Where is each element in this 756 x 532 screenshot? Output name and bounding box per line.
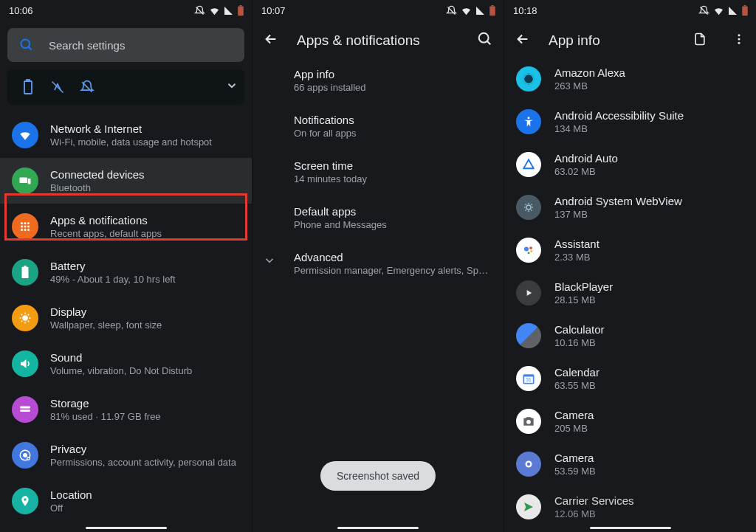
app-row-camera2[interactable]: Camera53.59 MB [504, 443, 756, 486]
row-default-apps[interactable]: Default apps Phone and Messages [252, 195, 504, 241]
location-icon [12, 488, 38, 514]
svg-rect-30 [744, 5, 746, 7]
row-screen-time[interactable]: Screen time 14 minutes today [252, 149, 504, 195]
storage-icon [12, 396, 38, 423]
app-icon [516, 323, 541, 348]
status-time: 10:18 [513, 5, 537, 16]
row-notifications[interactable]: Notifications On for all apps [252, 103, 504, 149]
signal-icon [728, 6, 738, 15]
back-button[interactable] [515, 31, 531, 50]
svg-point-12 [27, 226, 30, 228]
row-app-info[interactable]: App info 66 apps installed [252, 58, 504, 103]
chevron-down-icon[interactable] [225, 79, 238, 95]
app-row-carrier[interactable]: Carrier Services12.06 MB [504, 486, 756, 528]
wifi-icon [713, 5, 724, 16]
svg-point-32 [738, 38, 740, 41]
svg-rect-3 [24, 81, 32, 94]
app-icon [516, 152, 541, 177]
svg-point-37 [526, 205, 531, 210]
svg-rect-4 [27, 80, 30, 81]
app-icon [516, 280, 541, 305]
svg-point-13 [21, 229, 23, 231]
settings-item-display[interactable]: Display Wallpaper, sleep, font size [0, 295, 252, 341]
back-button[interactable] [263, 31, 279, 50]
toast-screenshot: Screenshot saved [320, 461, 436, 491]
app-icon [516, 238, 541, 263]
more-button[interactable] [732, 32, 746, 49]
svg-point-33 [738, 42, 740, 44]
svg-rect-5 [20, 178, 28, 184]
app-row-blackplayer[interactable]: BlackPlayer28.15 MB [504, 272, 756, 314]
search-icon [19, 38, 34, 52]
svg-point-18 [23, 316, 27, 320]
nav-indicator[interactable] [337, 527, 419, 529]
nav-indicator[interactable] [590, 527, 671, 529]
page-header: App info [504, 21, 756, 58]
svg-point-28 [479, 33, 489, 43]
svg-rect-17 [24, 266, 27, 267]
page-title: App info [549, 32, 675, 49]
svg-point-11 [24, 226, 27, 228]
svg-point-40 [530, 250, 532, 252]
app-row-camera1[interactable]: Camera205 MB [504, 400, 756, 443]
status-icons [698, 5, 749, 16]
quick-tiles-row[interactable] [7, 69, 244, 105]
status-icons [446, 5, 496, 16]
data-off-tile-icon[interactable] [43, 72, 72, 102]
svg-rect-19 [20, 407, 30, 409]
page-header: Apps & notifications [252, 21, 504, 58]
app-icon [516, 109, 541, 134]
file-icon[interactable] [693, 32, 707, 49]
app-row-alexa[interactable]: Amazon Alexa263 MB [504, 58, 756, 100]
sound-icon [12, 350, 38, 377]
svg-point-15 [27, 229, 30, 231]
settings-item-location[interactable]: Location Off [0, 478, 252, 524]
app-icon [516, 494, 541, 519]
settings-item-network[interactable]: Network & Internet Wi-Fi, mobile, data u… [0, 112, 252, 158]
svg-point-7 [21, 222, 23, 224]
app-row-calculator[interactable]: Calculator10.16 MB [504, 314, 756, 357]
dnd-off-icon [698, 5, 709, 16]
svg-rect-29 [742, 6, 748, 15]
app-row-calendar[interactable]: 31 Calendar63.55 MB [504, 357, 756, 400]
app-icon [516, 195, 541, 220]
app-row-assistant[interactable]: Assistant2.33 MB [504, 229, 756, 272]
status-icons [194, 5, 244, 16]
status-bar: 10:06 [0, 0, 252, 21]
app-row-a11y[interactable]: Android Accessibility Suite134 MB [504, 100, 756, 143]
app-icon [516, 452, 541, 477]
nav-indicator[interactable] [86, 527, 167, 529]
settings-item-storage[interactable]: Storage 81% used · 11.97 GB free [0, 387, 252, 432]
app-icon [516, 409, 541, 434]
battery-icon [489, 5, 496, 16]
app-row-webview[interactable]: Android System WebView137 MB [504, 186, 756, 229]
search-button[interactable] [477, 31, 493, 50]
svg-rect-0 [238, 6, 244, 15]
svg-point-14 [24, 229, 27, 231]
settings-item-connected[interactable]: Connected devices Bluetooth [0, 158, 252, 204]
svg-rect-16 [22, 267, 29, 278]
status-time: 10:06 [9, 5, 33, 16]
app-row-auto[interactable]: Android Auto63.02 MB [504, 143, 756, 186]
svg-point-25 [24, 498, 26, 500]
settings-item-battery[interactable]: Battery 49% - About 1 day, 10 hrs left [0, 249, 252, 295]
search-settings[interactable]: Search settings [7, 28, 244, 62]
svg-point-9 [27, 222, 30, 224]
settings-item-sound[interactable]: Sound Volume, vibration, Do Not Disturb [0, 341, 252, 387]
app-icon [516, 66, 541, 91]
devices-icon [12, 167, 38, 194]
svg-point-10 [21, 226, 23, 228]
settings-item-apps[interactable]: Apps & notifications Recent apps, defaul… [0, 204, 252, 249]
svg-point-41 [528, 252, 530, 254]
chevron-down-icon [263, 254, 276, 270]
signal-icon [224, 6, 233, 15]
svg-point-47 [527, 463, 531, 466]
svg-point-31 [738, 34, 740, 36]
battery-tile-icon[interactable] [13, 72, 43, 102]
svg-point-38 [524, 247, 529, 252]
settings-item-privacy[interactable]: Privacy Permissions, account activity, p… [0, 432, 252, 478]
search-placeholder: Search settings [49, 39, 125, 52]
dnd-tile-icon[interactable] [72, 72, 102, 102]
row-advanced[interactable]: Advanced Permission manager, Emergency a… [252, 241, 504, 286]
svg-rect-24 [27, 458, 29, 460]
